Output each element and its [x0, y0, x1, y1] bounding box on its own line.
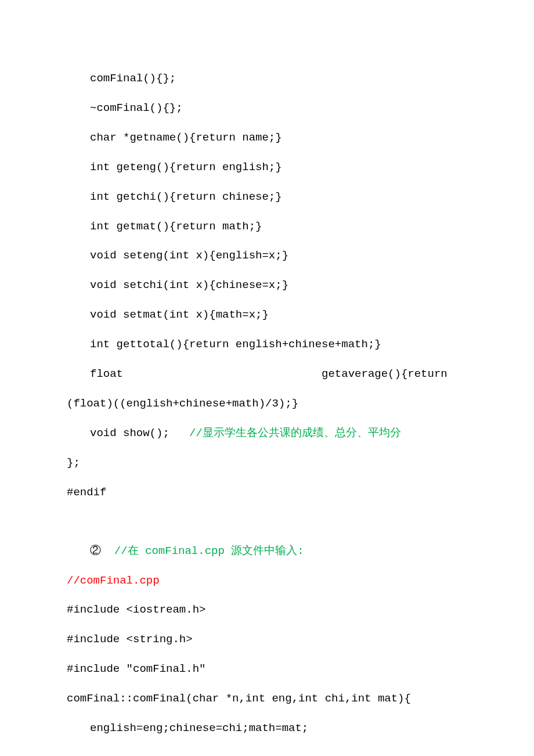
code-line: int getmat(){return math;}	[67, 212, 467, 242]
code-segment: (float)((english+chinese+math)/3);}	[67, 397, 298, 410]
code-segment: //在 comFinal.cpp 源文件中输入:	[114, 545, 304, 557]
code-segment: int getchi(){return chinese;}	[90, 190, 282, 203]
code-line: void seteng(int x){english=x;}	[67, 241, 467, 271]
code-block-1: comFinal(){};~comFinal(){};char *getname…	[67, 64, 467, 507]
code-line: float getaverage(){return	[67, 359, 467, 389]
code-line: #include <iostream.h>	[67, 595, 467, 625]
code-segment: };	[67, 456, 80, 469]
section2-header: ② //在 comFinal.cpp 源文件中输入:	[67, 537, 467, 566]
code-segment: comFinal::comFinal(char *n,int eng,int c…	[67, 692, 411, 705]
document-page: comFinal(){};~comFinal(){};char *getname…	[0, 0, 534, 756]
code-segment: #include <iostream.h>	[67, 603, 205, 616]
code-line: void setmat(int x){math=x;}	[67, 300, 467, 330]
code-line: comFinal::comFinal(char *n,int eng,int c…	[67, 684, 467, 714]
code-line: //comFinal.cpp	[67, 566, 467, 596]
code-line: int gettotal(){return english+chinese+ma…	[67, 330, 467, 359]
code-line: void setchi(int x){chinese=x;}	[67, 271, 467, 300]
code-segment: comFinal(){};	[90, 72, 176, 85]
section-gap	[67, 507, 467, 537]
code-segment: ②	[90, 545, 114, 557]
code-line: #include <string.h>	[67, 625, 467, 654]
code-segment: void setmat(int x){math=x;}	[90, 308, 269, 321]
code-line: };	[67, 448, 467, 478]
code-segment: void seteng(int x){english=x;}	[90, 249, 288, 262]
code-segment: //显示学生各公共课的成绩、总分、平均分	[189, 427, 401, 440]
code-segment: #include <string.h>	[67, 633, 193, 646]
code-segment: #include "comFinal.h"	[67, 663, 205, 675]
code-segment: ~comFinal(){};	[90, 102, 183, 114]
code-line: #include "comFinal.h"	[67, 654, 467, 684]
code-line: (float)((english+chinese+math)/3);}	[67, 389, 467, 419]
code-block-2: //comFinal.cpp#include <iostream.h>#incl…	[67, 566, 467, 743]
code-line: comFinal(){};	[67, 64, 467, 93]
code-segment: int getmat(){return math;}	[90, 220, 262, 233]
code-line: english=eng;chinese=chi;math=mat;	[67, 714, 467, 743]
code-line: #endif	[67, 478, 467, 507]
code-line: void show(); //显示学生各公共课的成绩、总分、平均分	[67, 419, 467, 448]
code-segment: void show();	[90, 427, 189, 440]
section-header-line: ② //在 comFinal.cpp 源文件中输入:	[67, 537, 467, 566]
code-segment: int gettotal(){return english+chinese+ma…	[90, 338, 381, 351]
code-line: int getchi(){return chinese;}	[67, 182, 467, 212]
code-line: char *getname(){return name;}	[67, 123, 467, 153]
code-segment: float getaverage(){return	[90, 368, 448, 380]
code-segment: #endif	[67, 486, 106, 499]
code-line: int geteng(){return english;}	[67, 153, 467, 182]
code-segment: english=eng;chinese=chi;math=mat;	[90, 722, 308, 735]
code-segment: //comFinal.cpp	[67, 574, 160, 587]
code-segment: int geteng(){return english;}	[90, 161, 282, 174]
code-segment: void setchi(int x){chinese=x;}	[90, 279, 288, 291]
code-line: ~comFinal(){};	[67, 93, 467, 123]
code-segment: char *getname(){return name;}	[90, 131, 282, 144]
